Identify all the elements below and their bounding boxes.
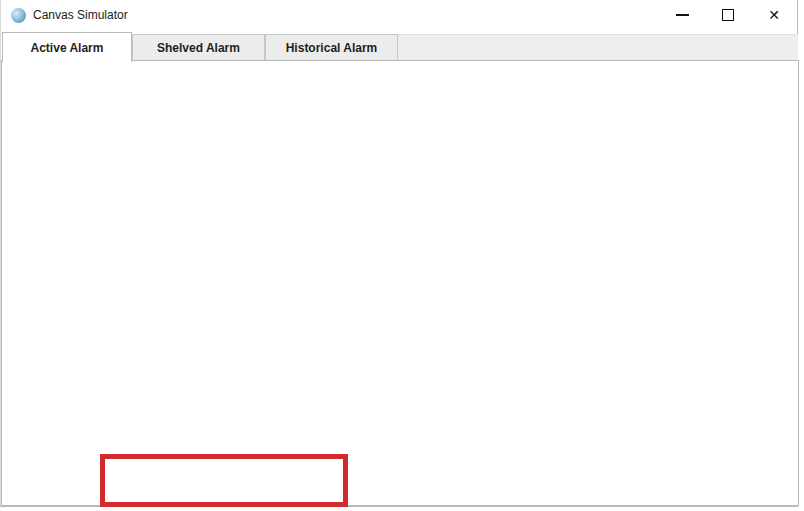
- tab-bar: Active Alarm Shelved Alarm Historical Al…: [2, 32, 798, 61]
- tab-bar-filler: [398, 34, 798, 61]
- tab-historical-alarm[interactable]: Historical Alarm: [265, 34, 398, 61]
- app-window: Canvas Simulator ✕ Active Alarm Shelved …: [0, 0, 798, 507]
- app-icon: [11, 8, 26, 23]
- tab-active-alarm[interactable]: Active Alarm: [2, 32, 132, 62]
- maximize-icon: [722, 9, 734, 21]
- close-icon: ✕: [768, 8, 780, 22]
- active-alarm-pane: [1, 60, 799, 506]
- maximize-button[interactable]: [705, 0, 751, 30]
- title-bar: Canvas Simulator ✕: [1, 0, 797, 31]
- minimize-button[interactable]: [659, 0, 705, 30]
- tab-shelved-alarm[interactable]: Shelved Alarm: [132, 34, 265, 61]
- minimize-icon: [676, 14, 689, 16]
- window-title: Canvas Simulator: [33, 8, 128, 22]
- tab-label: Historical Alarm: [286, 41, 378, 55]
- tab-label: Active Alarm: [31, 41, 104, 55]
- close-button[interactable]: ✕: [751, 0, 797, 30]
- tab-label: Shelved Alarm: [157, 41, 240, 55]
